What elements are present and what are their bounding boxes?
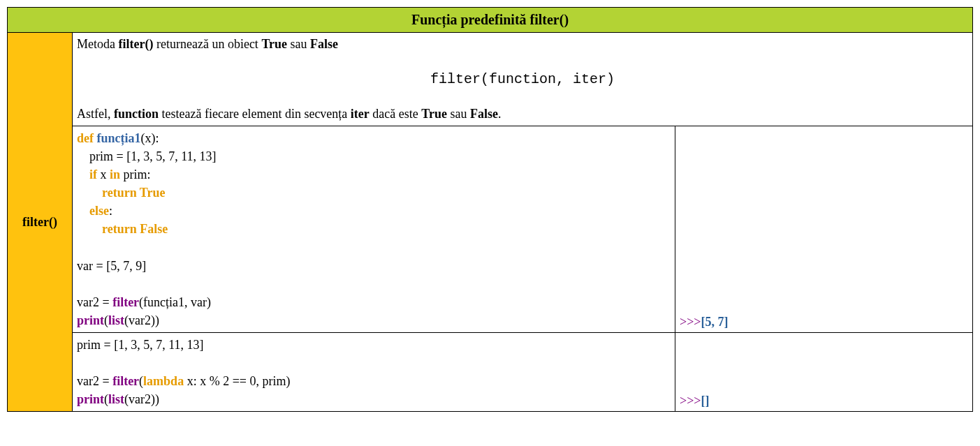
text: . [498,107,502,121]
prompt: >>> [680,394,701,408]
builtin-filter: filter [112,374,139,388]
builtin-list: list [108,392,124,406]
keyword-lambda: lambda [143,374,184,388]
keyword-in: in [110,168,120,181]
text: (var2)) [124,392,159,406]
text: sau [447,107,470,121]
text-bold: False [470,107,498,121]
text: testează fiecare element din secvența [159,107,351,121]
function-name: funcția1 [97,131,141,145]
output-cell-2: >>>[] [675,333,973,412]
code-line: prim = [1, 3, 5, 7, 11, 13] [77,338,203,352]
keyword-return: return True [102,186,166,200]
code-cell-2: prim = [1, 3, 5, 7, 11, 13] var2 = filte… [73,333,675,412]
indent [77,222,102,236]
description-intro: Metoda filter() returnează un obiect Tru… [77,37,968,52]
description-tail: Astfel, function testează fiecare elemen… [77,107,968,121]
code-line: prim = [1, 3, 5, 7, 11, 13] [77,149,216,163]
text: var2 = [77,374,112,388]
builtin-filter: filter [112,295,139,309]
indent [77,204,89,218]
side-label-cell: filter() [8,33,73,412]
builtin-print: print [77,313,104,327]
text-bold: True [261,37,287,51]
code-cell-1: def funcția1(x): prim = [1, 3, 5, 7, 11,… [73,126,675,333]
text: sau [287,37,310,51]
filter-table: Funcția predefinită filter() filter() Me… [7,7,973,412]
text-bold: function [114,107,159,121]
text-bold: False [310,37,338,51]
text: (x): [141,131,159,145]
text: (funcția1, var) [139,295,211,309]
text: (var2)) [124,313,159,327]
text: x: x % 2 == 0, prim) [184,374,290,388]
side-label: filter() [22,215,57,229]
keyword-if: if [89,168,97,181]
description-cell: Metoda filter() returnează un obiect Tru… [73,33,973,126]
text: x [97,168,110,181]
indent [77,186,102,200]
keyword-else: else [89,204,109,218]
text: dacă este [370,107,421,121]
output-value: [5, 7] [701,315,728,329]
text-bold: True [421,107,447,121]
text: Metoda [77,37,118,51]
syntax-block: filter(function, iter) [77,71,968,87]
output-value: [] [701,394,709,408]
text: prim: [120,168,151,181]
text-bold: filter() [118,37,153,51]
prompt: >>> [680,315,701,329]
output-cell-1: >>>[5, 7] [675,126,973,333]
text: : [109,204,112,218]
text: var2 = [77,295,112,309]
table-header: Funcția predefinită filter() [8,8,973,33]
code-line: var = [5, 7, 9] [77,259,146,273]
builtin-list: list [108,313,124,327]
keyword-def: def [77,131,94,145]
text: returnează un obiect [153,37,261,51]
table-title: Funcția predefinită filter() [411,12,569,27]
keyword-return: return False [102,222,168,236]
text-bold: iter [351,107,370,121]
builtin-print: print [77,392,104,406]
text: Astfel, [77,107,114,121]
